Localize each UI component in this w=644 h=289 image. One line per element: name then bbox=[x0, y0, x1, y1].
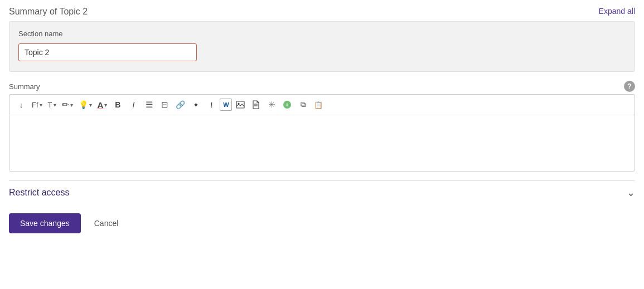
restrict-access-section[interactable]: Restrict access ⌄ bbox=[9, 180, 635, 204]
green-circle-btn[interactable]: + bbox=[280, 97, 294, 112]
font-size-label: T bbox=[48, 101, 52, 109]
unordered-list-btn[interactable]: ☰ bbox=[142, 97, 156, 112]
font-size-arrow: ▾ bbox=[54, 102, 56, 108]
highlight-btn[interactable]: 💡 ▾ bbox=[76, 97, 94, 112]
footer-buttons: Save changes Cancel bbox=[9, 213, 635, 233]
highlight-icon: 💡 bbox=[79, 100, 88, 109]
section-name-label: Section name bbox=[18, 30, 626, 38]
asterisk-btn[interactable]: ✳ bbox=[264, 97, 279, 112]
editor-wrapper: ↓ Ff ▾ T ▾ ✏ ▾ 💡 bbox=[9, 94, 635, 172]
cancel-button[interactable]: Cancel bbox=[88, 213, 125, 233]
font-color-label: A bbox=[98, 100, 104, 110]
chevron-down-icon: ⌄ bbox=[627, 187, 635, 199]
summary-label: Summary bbox=[9, 82, 40, 91]
editor-content-area[interactable] bbox=[9, 115, 635, 171]
highlight-arrow: ▾ bbox=[89, 102, 92, 108]
pen-color-arrow: ▾ bbox=[70, 102, 73, 108]
font-family-btn[interactable]: Ff ▾ bbox=[30, 97, 45, 112]
font-color-btn[interactable]: A ▾ bbox=[95, 97, 110, 112]
font-size-btn[interactable]: T ▾ bbox=[46, 97, 59, 112]
image-btn[interactable] bbox=[233, 97, 248, 112]
help-icon[interactable]: ? bbox=[624, 81, 635, 92]
green-circle-icon: + bbox=[283, 100, 292, 109]
section-panel: Section name bbox=[9, 21, 635, 72]
paste-btn[interactable]: 📋 bbox=[311, 97, 326, 112]
pen-icon: ✏ bbox=[62, 100, 69, 110]
section-name-input[interactable] bbox=[18, 43, 197, 61]
page-title: Summary of Topic 2 bbox=[9, 7, 635, 17]
bold-btn[interactable]: B bbox=[110, 97, 125, 112]
save-changes-button[interactable]: Save changes bbox=[9, 213, 81, 233]
pen-color-btn[interactable]: ✏ ▾ bbox=[60, 97, 75, 112]
svg-rect-0 bbox=[236, 101, 244, 108]
summary-section: Summary ? ↓ Ff ▾ T ▾ bbox=[9, 81, 635, 172]
file-btn[interactable] bbox=[249, 97, 263, 112]
font-family-label: Ff bbox=[32, 101, 38, 109]
collapse-icon[interactable]: ↓ bbox=[14, 97, 28, 112]
editor-toolbar: ↓ Ff ▾ T ▾ ✏ ▾ 💡 bbox=[9, 95, 635, 115]
image-icon bbox=[236, 101, 245, 109]
restrict-access-label: Restrict access bbox=[9, 188, 69, 198]
expand-all-link[interactable]: Expand all bbox=[599, 7, 635, 16]
word-btn[interactable]: W bbox=[220, 99, 232, 111]
font-family-arrow: ▾ bbox=[40, 102, 42, 108]
exclamation-btn[interactable]: ! bbox=[204, 97, 219, 112]
link-btn[interactable]: 🔗 bbox=[173, 97, 187, 112]
sparkle-btn[interactable]: ✦ bbox=[188, 97, 203, 112]
copy-btn[interactable]: ⧉ bbox=[296, 97, 310, 112]
page-wrapper: Summary of Topic 2 Expand all Section na… bbox=[0, 0, 644, 242]
ordered-list-btn[interactable]: ⊟ bbox=[157, 97, 172, 112]
font-color-arrow: ▾ bbox=[104, 102, 107, 108]
summary-header: Summary ? bbox=[9, 81, 635, 92]
svg-text:+: + bbox=[285, 102, 289, 108]
italic-btn[interactable]: I bbox=[126, 97, 141, 112]
file-icon bbox=[252, 100, 260, 109]
